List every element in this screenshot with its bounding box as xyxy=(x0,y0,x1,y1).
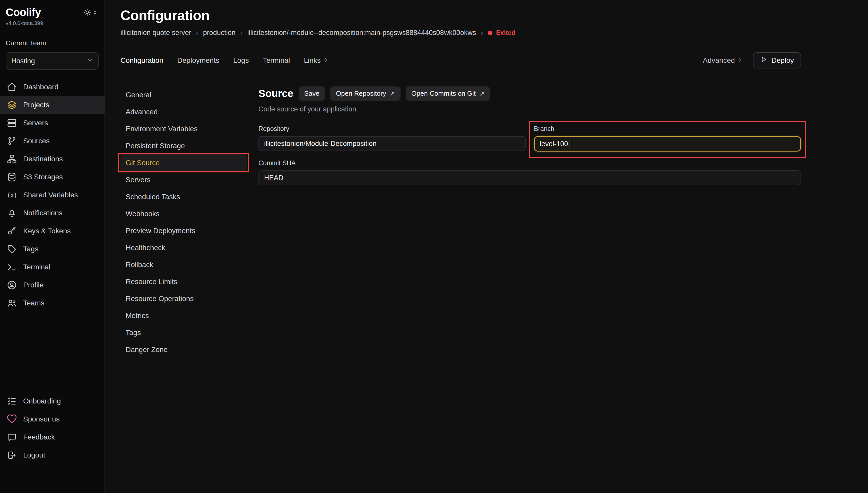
config-nav-resource-limits[interactable]: Resource Limits xyxy=(121,273,247,290)
config-nav-rollback[interactable]: Rollback xyxy=(121,256,247,273)
breadcrumb-project[interactable]: illicitonion quote server xyxy=(121,29,191,37)
status-text: Exited xyxy=(496,29,515,37)
external-link-icon: ↗ xyxy=(479,90,484,97)
tab-links[interactable]: Links xyxy=(304,56,329,65)
key-icon xyxy=(6,226,18,236)
status-badge: Exited xyxy=(488,29,515,37)
chevron-right-icon: › xyxy=(481,29,483,37)
sidebar-item-servers[interactable]: Servers xyxy=(0,114,105,132)
chevrons-up-down-icon xyxy=(737,56,743,65)
sidebar-item-profile[interactable]: Profile xyxy=(0,276,105,294)
repository-field: Repository xyxy=(258,125,526,152)
sidebar-nav: Dashboard Projects Servers Sources Desti… xyxy=(0,78,105,312)
config-nav-persistent-storage[interactable]: Persistent Storage xyxy=(121,137,247,154)
repository-input[interactable] xyxy=(258,136,526,151)
config-nav-git-source[interactable]: Git Source xyxy=(121,154,247,171)
config-nav-metrics[interactable]: Metrics xyxy=(121,307,247,324)
play-icon xyxy=(760,56,767,65)
theme-toggle[interactable] xyxy=(83,8,98,16)
configuration-content: General Advanced Environment Variables P… xyxy=(121,76,801,358)
config-nav-tags[interactable]: Tags xyxy=(121,324,247,341)
sidebar-item-keys-tokens[interactable]: Keys & Tokens xyxy=(0,222,105,240)
sidebar-item-dashboard[interactable]: Dashboard xyxy=(0,78,105,96)
team-select[interactable]: Hosting xyxy=(6,52,99,70)
annotation-box-git-source: Git Source xyxy=(118,153,249,172)
sidebar-item-feedback[interactable]: Feedback xyxy=(0,428,105,446)
config-nav-preview-deployments[interactable]: Preview Deployments xyxy=(121,222,247,239)
bell-icon xyxy=(6,208,18,218)
tabs: Configuration Deployments Logs Terminal … xyxy=(121,56,329,65)
app-version: v4.0.0-beta.399 xyxy=(0,20,105,26)
team-select-value: Hosting xyxy=(11,57,35,65)
sidebar-item-sources[interactable]: Sources xyxy=(0,132,105,150)
sidebar-header: Coolify xyxy=(0,6,105,19)
tab-deployments[interactable]: Deployments xyxy=(177,56,219,65)
logout-icon xyxy=(6,450,18,460)
advanced-dropdown[interactable]: Advanced xyxy=(703,56,743,65)
chevrons-up-down-icon xyxy=(323,56,329,65)
tab-logs[interactable]: Logs xyxy=(233,56,249,65)
status-dot-icon xyxy=(488,30,492,35)
source-fields: Repository Branch level-100 xyxy=(258,125,801,185)
database-icon xyxy=(6,172,18,182)
save-button[interactable]: Save xyxy=(299,86,325,101)
app-root: Coolify v4.0.0-beta.399 Current Team Hos… xyxy=(0,0,868,493)
app-logo: Coolify xyxy=(6,6,41,19)
layers-icon xyxy=(6,100,18,110)
sidebar-item-logout[interactable]: Logout xyxy=(0,446,105,464)
config-nav-general[interactable]: General xyxy=(121,86,247,103)
checklist-icon xyxy=(6,396,18,406)
message-icon xyxy=(6,432,18,442)
sidebar-footer-nav: Onboarding Sponsor us Feedback Logout xyxy=(0,392,105,464)
branch-field: Branch level-100 xyxy=(534,125,801,152)
tab-terminal[interactable]: Terminal xyxy=(263,56,290,65)
config-nav-servers[interactable]: Servers xyxy=(121,171,247,188)
source-section: Source Save Open Repository ↗ Open Commi… xyxy=(258,86,801,358)
network-icon xyxy=(6,154,18,164)
branch-input[interactable]: level-100 xyxy=(534,136,801,152)
tab-configuration[interactable]: Configuration xyxy=(121,56,164,65)
commit-sha-input[interactable] xyxy=(258,170,801,185)
git-branch-icon xyxy=(6,136,18,146)
sidebar-item-teams[interactable]: Teams xyxy=(0,294,105,312)
annotation-box-branch: Branch level-100 xyxy=(529,121,806,158)
sidebar-item-shared-variables[interactable]: (x) Shared Variables xyxy=(0,186,105,204)
breadcrumb-environment[interactable]: production xyxy=(203,29,235,37)
open-repository-button[interactable]: Open Repository ↗ xyxy=(330,86,401,101)
breadcrumb: illicitonion quote server › production ›… xyxy=(121,29,801,37)
commit-sha-label: Commit SHA xyxy=(258,159,801,167)
config-nav-danger-zone[interactable]: Danger Zone xyxy=(121,341,247,358)
header-actions: Advanced Deploy xyxy=(703,52,801,68)
deploy-button[interactable]: Deploy xyxy=(753,52,801,68)
sidebar-item-s3-storages[interactable]: S3 Storages xyxy=(0,168,105,186)
chevrons-up-down-icon xyxy=(92,9,98,15)
open-commits-button[interactable]: Open Commits on Git ↗ xyxy=(406,86,490,101)
config-nav-advanced[interactable]: Advanced xyxy=(121,103,247,121)
server-icon xyxy=(6,118,18,128)
sidebar-item-terminal[interactable]: Terminal xyxy=(0,258,105,276)
sidebar-item-destinations[interactable]: Destinations xyxy=(0,150,105,168)
config-nav-healthcheck[interactable]: Healthcheck xyxy=(121,239,247,256)
tabs-row: Configuration Deployments Logs Terminal … xyxy=(121,52,801,76)
breadcrumb-application[interactable]: illicitestonion/-module--decomposition:m… xyxy=(247,29,476,37)
config-nav-scheduled-tasks[interactable]: Scheduled Tasks xyxy=(121,188,247,205)
source-description: Code source of your application. xyxy=(258,105,801,113)
sidebar-item-sponsor[interactable]: Sponsor us xyxy=(0,410,105,428)
config-nav: General Advanced Environment Variables P… xyxy=(121,86,247,358)
sidebar-item-notifications[interactable]: Notifications xyxy=(0,204,105,222)
config-nav-resource-operations[interactable]: Resource Operations xyxy=(121,290,247,307)
sidebar-item-projects[interactable]: Projects xyxy=(0,96,105,114)
variable-icon: (x) xyxy=(6,191,18,199)
sun-icon xyxy=(83,8,91,16)
user-circle-icon xyxy=(6,280,18,290)
heart-icon xyxy=(6,414,18,424)
branch-label: Branch xyxy=(534,125,801,132)
config-nav-environment-variables[interactable]: Environment Variables xyxy=(121,121,247,137)
sidebar-item-tags[interactable]: Tags xyxy=(0,240,105,258)
config-nav-webhooks[interactable]: Webhooks xyxy=(121,205,247,222)
sidebar: Coolify v4.0.0-beta.399 Current Team Hos… xyxy=(0,0,105,493)
tag-icon xyxy=(6,244,18,254)
sidebar-item-onboarding[interactable]: Onboarding xyxy=(0,392,105,410)
page-title: Configuration xyxy=(121,7,801,23)
chevron-right-icon: › xyxy=(196,29,198,37)
